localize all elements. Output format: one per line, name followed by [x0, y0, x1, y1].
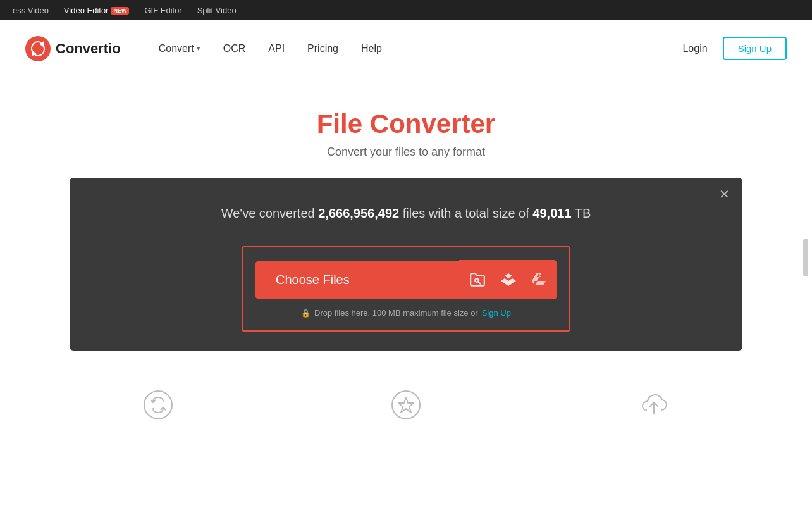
logo[interactable]: Convertio: [25, 36, 121, 61]
nav-item-api[interactable]: API: [268, 43, 285, 54]
cloud-upload-icon: [637, 388, 670, 421]
dropbox-icon: [501, 272, 516, 287]
nav-item-convert[interactable]: Convert ▾: [159, 43, 200, 54]
login-button[interactable]: Login: [682, 43, 707, 54]
svg-line-2: [478, 282, 480, 283]
close-button[interactable]: ✕: [719, 188, 730, 201]
svg-marker-5: [398, 397, 414, 413]
drop-hint: 🔒 Drop files here. 100 MB maximum file s…: [255, 308, 557, 318]
folder-search-icon: [469, 271, 486, 288]
topbar-item-video[interactable]: ess Video: [13, 6, 49, 15]
convert-feature-icon: [142, 388, 175, 421]
cloud-upload-feature-icon: [637, 388, 670, 421]
header-right: Login Sign Up: [682, 37, 787, 60]
topbar: ess Video Video EditorNEW GIF Editor Spl…: [0, 0, 812, 20]
nav-item-ocr[interactable]: OCR: [223, 43, 246, 54]
svg-point-0: [25, 36, 51, 61]
topbar-item-split-video[interactable]: Split Video: [197, 6, 237, 15]
topbar-item-video-editor[interactable]: Video EditorNEW: [64, 6, 130, 15]
topbar-item-gif-editor[interactable]: GIF Editor: [144, 6, 181, 15]
hero-subtitle: Convert your files to any format: [13, 146, 799, 159]
nav-item-help[interactable]: Help: [361, 43, 382, 54]
convert-circle-icon: [142, 388, 175, 421]
dropbox-icon-button[interactable]: [498, 270, 519, 290]
bottom-icons-section: [0, 351, 812, 434]
files-count: 2,666,956,492: [318, 206, 399, 220]
signup-button-header[interactable]: Sign Up: [723, 37, 787, 60]
google-drive-icon-button[interactable]: [529, 270, 549, 290]
main-nav: Convert ▾ OCR API Pricing Help: [159, 43, 683, 54]
hero-section: File Converter Convert your files to any…: [0, 77, 812, 178]
google-drive-icon: [531, 272, 546, 287]
cloud-icons-group: [459, 260, 557, 299]
star-feature-icon: [390, 388, 422, 421]
browse-files-icon-button[interactable]: [467, 269, 488, 290]
logo-text: Convertio: [56, 40, 121, 57]
signup-link-upload[interactable]: Sign Up: [482, 308, 511, 318]
star-icon: [390, 388, 422, 421]
svg-point-3: [144, 391, 172, 419]
new-badge: NEW: [111, 7, 129, 15]
stats-text: We've converted 2,666,956,492 files with…: [82, 203, 730, 223]
choose-files-row: Choose Files: [255, 260, 557, 299]
nav-item-pricing[interactable]: Pricing: [307, 43, 338, 54]
chevron-down-icon: ▾: [197, 44, 200, 53]
upload-area: Choose Files: [242, 246, 570, 332]
logo-icon: [25, 36, 51, 61]
choose-files-button[interactable]: Choose Files: [255, 261, 459, 299]
size-count: 49,011: [532, 206, 571, 220]
lock-icon: 🔒: [301, 309, 311, 318]
header: Convertio Convert ▾ OCR API Pricing Help…: [0, 20, 812, 77]
hero-title: File Converter: [13, 109, 799, 139]
scrollbar[interactable]: [803, 239, 808, 276]
dark-section: ✕ We've converted 2,666,956,492 files wi…: [70, 178, 742, 351]
svg-point-4: [392, 391, 420, 419]
